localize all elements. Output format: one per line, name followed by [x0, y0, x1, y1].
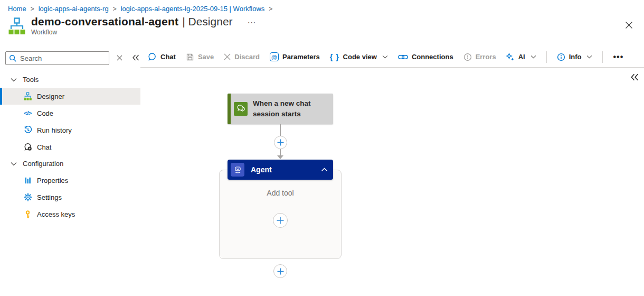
ai-sparkle-icon [506, 53, 515, 61]
discard-button: Discard [224, 53, 260, 61]
breadcrumb-home[interactable]: Home [8, 5, 26, 13]
add-tool-label: Add tool [228, 189, 333, 197]
chat-icon [148, 52, 157, 61]
run-history-icon [23, 126, 32, 135]
panel-collapse-icon[interactable] [630, 73, 639, 83]
search-icon [9, 54, 17, 62]
page-title: demo-conversational-agent [31, 15, 178, 28]
trigger-node-title: When a new chat session starts [253, 98, 311, 119]
sidebar-item-properties[interactable]: Properties [0, 172, 140, 189]
sidebar-group-tools[interactable]: Tools [0, 71, 140, 88]
sidebar-item-label: Designer [37, 92, 64, 100]
parameters-button[interactable]: @ Parameters [270, 52, 320, 61]
breadcrumb-logic-app[interactable]: logic-apps-ai-agents-lg-2025-09-15 | Wor… [121, 5, 265, 13]
search-clear-icon[interactable] [116, 52, 124, 64]
discard-icon [224, 53, 231, 60]
code-view-button[interactable]: { } Code view [330, 53, 388, 61]
sidebar-item-label: Properties [37, 177, 68, 184]
chevron-down-icon [531, 55, 536, 59]
code-view-braces-icon: { } [330, 53, 339, 61]
breadcrumb-resource-group[interactable]: logic-apps-ai-agents-rg [39, 5, 109, 13]
chat-add-icon [23, 143, 32, 152]
workflow-icon [23, 92, 32, 101]
page-header: Home > logic-apps-ai-agents-rg > logic-a… [0, 0, 644, 47]
chat-trigger-icon [234, 102, 248, 116]
add-tool-button[interactable] [273, 213, 288, 228]
sidebar-item-chat[interactable]: Chat [0, 138, 140, 155]
sidebar-item-run-history[interactable]: Run history [0, 122, 140, 138]
title-more-button[interactable]: ··· [248, 18, 256, 27]
parameters-at-icon: @ [270, 52, 279, 61]
chevron-down-icon [11, 162, 17, 166]
breadcrumb-separator: > [269, 5, 272, 13]
info-icon [557, 53, 565, 61]
insert-action-button[interactable] [274, 136, 287, 149]
errors-button: Errors [463, 53, 496, 61]
agent-node-header[interactable]: Agent [228, 160, 333, 180]
close-icon[interactable] [625, 21, 633, 31]
save-icon [186, 53, 194, 61]
sidebar-item-label: Run history [37, 126, 72, 134]
insert-action-below-agent-button[interactable] [273, 264, 287, 278]
chevron-down-icon [586, 55, 592, 59]
resource-type-label: Workflow [31, 29, 256, 36]
sidebar-item-access-keys[interactable]: Access keys [0, 206, 140, 223]
key-icon [23, 210, 32, 219]
breadcrumb-separator: > [31, 5, 34, 13]
breadcrumb-separator: > [113, 5, 117, 13]
chevron-down-icon [11, 78, 17, 82]
toolbar-separator [602, 51, 603, 63]
connections-link-icon [398, 54, 408, 60]
settings-gear-icon [23, 193, 32, 202]
search-box [5, 51, 109, 65]
sidebar-group-configuration[interactable]: Configuration [0, 155, 140, 172]
save-button: Save [186, 53, 214, 61]
sidebar-group-label: Tools [23, 76, 39, 84]
toolbar-separator [546, 51, 547, 63]
sidebar-item-code[interactable]: </> Code [0, 105, 140, 122]
sidebar-collapse-icon[interactable] [131, 52, 140, 64]
agent-node-title: Agent [251, 165, 315, 174]
edge-arrow-icon [277, 155, 283, 159]
code-icon: </> [23, 109, 32, 118]
page-title-suffix: | Designer [182, 15, 232, 28]
sidebar-item-settings[interactable]: Settings [0, 189, 140, 206]
breadcrumb: Home > logic-apps-ai-agents-rg > logic-a… [0, 0, 644, 13]
chevron-down-icon [382, 55, 388, 59]
sidebar-item-label: Chat [37, 143, 51, 151]
sidebar: Tools Designer </> Co [0, 47, 140, 296]
ai-button[interactable]: AI [506, 53, 536, 61]
chat-button[interactable]: Chat [148, 52, 176, 61]
trigger-node-when-new-chat-session-starts[interactable]: When a new chat session starts [228, 94, 333, 124]
sidebar-group-label: Configuration [23, 160, 63, 168]
sidebar-item-designer[interactable]: Designer [0, 88, 140, 105]
sidebar-item-label: Access keys [37, 210, 75, 218]
agent-robot-icon [231, 163, 244, 177]
search-input[interactable] [20, 54, 106, 62]
workflow-icon [7, 17, 26, 36]
designer-toolbar: Chat Save Discard @ Parameters [140, 47, 644, 68]
sidebar-item-label: Code [37, 109, 53, 117]
chevron-up-icon[interactable] [321, 168, 328, 172]
properties-icon [23, 176, 32, 185]
toolbar-more-icon[interactable]: ••• [613, 52, 623, 62]
sidebar-item-label: Settings [37, 193, 62, 201]
errors-icon [463, 53, 472, 61]
designer-canvas[interactable]: When a new chat session starts [140, 68, 644, 296]
info-button[interactable]: Info [557, 53, 593, 61]
connections-button[interactable]: Connections [398, 53, 453, 61]
